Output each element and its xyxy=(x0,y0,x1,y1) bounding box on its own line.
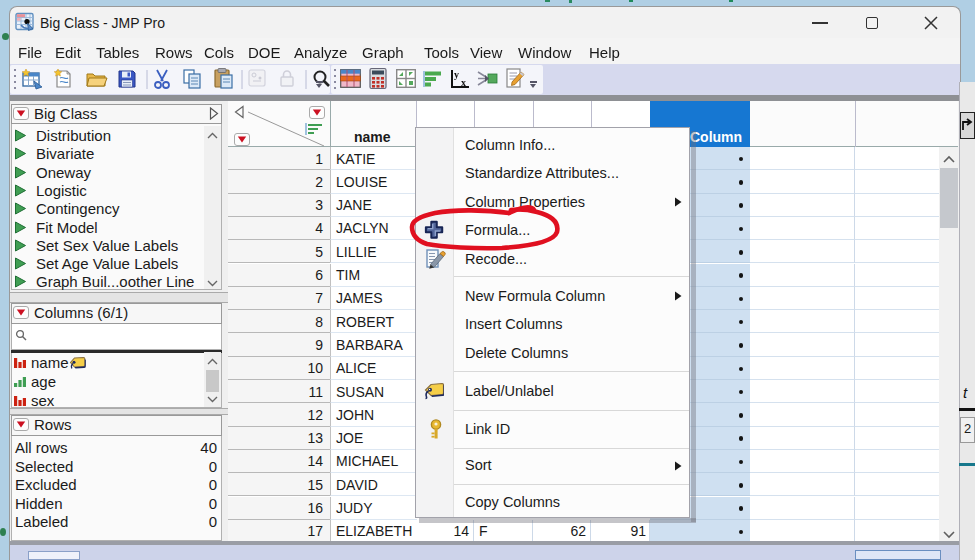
svg-text:y: y xyxy=(454,69,459,80)
svg-text:x: x xyxy=(461,77,466,88)
